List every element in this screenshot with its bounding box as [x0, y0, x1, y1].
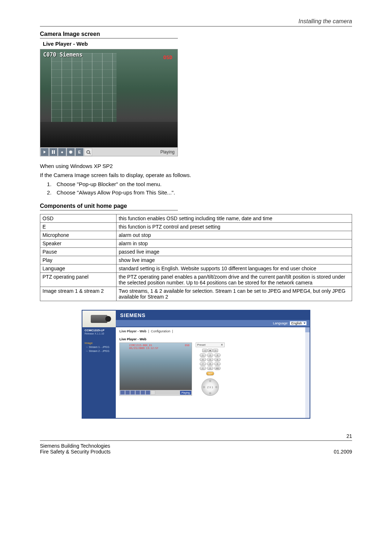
- ptz-header: Preset ✕: [196, 342, 225, 347]
- live-player: C070 Siemens OSD ● ◉ E Playing: [40, 49, 178, 156]
- key-2[interactable]: 2: [207, 353, 213, 357]
- tab-separator: |: [147, 329, 151, 333]
- component-desc: alarm in stop: [117, 239, 352, 248]
- table-row: Image stream 1 & stream 2Two streams, 1 …: [40, 287, 352, 301]
- camera-icon: [91, 315, 107, 323]
- webui-main: Live Player - Web | Configuration | Live…: [116, 327, 310, 418]
- mini-player: CCMC1315-BOX_01 05/23/2009 13:12:57 OSD …: [119, 342, 192, 396]
- sidebar-item-stream2[interactable]: → Stream 2 - JPEG: [85, 349, 114, 353]
- pause-button[interactable]: [49, 148, 57, 156]
- step-item: Choose "Always Allow Pop-ups from This S…: [53, 189, 352, 196]
- header-divider: [40, 26, 352, 26]
- component-name: Microphone: [40, 231, 117, 239]
- mini-btn-5[interactable]: [140, 390, 145, 395]
- player-toolbar: ● ◉ E Playing: [40, 147, 177, 156]
- header-section: Installing the camera: [40, 18, 352, 25]
- language-select[interactable]: English: [290, 321, 307, 325]
- tab-live-player[interactable]: Live Player - Web: [119, 329, 146, 333]
- zoom-up-icon[interactable]: [209, 380, 211, 382]
- component-desc: standard setting is English. Website sup…: [117, 264, 352, 273]
- webui-scrollbar[interactable]: [305, 327, 310, 418]
- preset-label: Preset: [197, 343, 205, 346]
- mini-pause-button[interactable]: [125, 390, 130, 395]
- player-status: Playing: [160, 149, 177, 155]
- key-3[interactable]: 3: [214, 353, 221, 357]
- pause-icon: [52, 150, 55, 154]
- mini-video: CCMC1315-BOX_01 05/23/2009 13:12:57 OSD: [120, 343, 192, 390]
- language-bar: Language: English: [116, 320, 310, 327]
- note-line1: When using Windows XP SP2: [40, 163, 352, 169]
- component-name: E: [40, 223, 117, 231]
- ptz-close-icon[interactable]: ✕: [221, 343, 223, 346]
- key-5[interactable]: 5: [207, 358, 213, 361]
- key-1[interactable]: 1: [200, 353, 206, 357]
- sidebar-item-stream1[interactable]: → Stream 1 - JPEG: [85, 345, 114, 349]
- mini-overlay-osd: OSD: [185, 344, 189, 347]
- key-0[interactable]: 0: [207, 366, 213, 370]
- model-label: CCMC1315-LP: [85, 329, 114, 332]
- component-name: Speaker: [40, 239, 117, 248]
- mini-zoom-button[interactable]: [151, 390, 155, 395]
- title-underline-2: [40, 210, 178, 210]
- table-row: Languagestandard setting is English. Web…: [40, 264, 352, 273]
- ptz-stop-button[interactable]: ■: [208, 349, 213, 352]
- mini-play-button[interactable]: [120, 390, 125, 395]
- steps-list: Choose "Pop-up Blocker" on the tool menu…: [46, 181, 352, 196]
- ptz-dir-row: ◁ ■ ▷: [196, 349, 225, 352]
- webui-sidebar: CCMC1315-LP Release X.1.1.10 Image → Str…: [82, 327, 116, 418]
- player-title: Live Player - Web: [43, 41, 352, 47]
- component-desc: passed live image: [117, 248, 352, 256]
- mini-mic-button[interactable]: [130, 390, 135, 395]
- component-name: OSD: [40, 214, 117, 223]
- key-4[interactable]: 4: [200, 358, 206, 361]
- e-button[interactable]: E: [75, 148, 83, 156]
- table-row: Playshow live image: [40, 256, 352, 264]
- key-set[interactable]: SET: [206, 372, 214, 376]
- ptz-right-button[interactable]: ▷: [213, 349, 218, 352]
- video-ground: [40, 122, 177, 147]
- step-item: Choose "Pop-up Blocker" on the tool menu…: [53, 181, 352, 187]
- footer-date: 01.2009: [334, 449, 352, 455]
- zoom-left-icon[interactable]: [203, 386, 205, 388]
- zoom-button[interactable]: [84, 148, 92, 156]
- section2-title: Components of unit home page: [40, 203, 352, 209]
- table-row: Speakeralarm in stop: [40, 239, 352, 248]
- key-8[interactable]: 8: [207, 362, 213, 366]
- footer-company: Siemens Building Technologies: [40, 443, 110, 449]
- mic-icon: ●: [61, 150, 64, 154]
- ptz-keypad: 1 2 3 4 5 6 7 8 9 C 0 AD SET: [196, 353, 225, 377]
- magnifier-icon: [86, 150, 90, 154]
- mini-overlay-line1: CCMC1315-BOX_01: [129, 344, 152, 347]
- component-name: PTZ operating panel: [40, 273, 117, 287]
- language-label: Language:: [273, 321, 289, 325]
- speaker-button[interactable]: ◉: [67, 148, 75, 156]
- mini-speaker-button[interactable]: [135, 390, 140, 395]
- mic-button[interactable]: ●: [58, 148, 66, 156]
- release-label: Release X.1.1.10: [85, 332, 114, 335]
- key-ad[interactable]: AD: [214, 366, 221, 370]
- mini-status: Playing: [180, 391, 191, 395]
- component-desc: the PTZ operating panel enables a pan/ti…: [117, 273, 352, 287]
- component-desc: alarm out stop: [117, 231, 352, 239]
- ptz-left-button[interactable]: ◁: [202, 349, 207, 352]
- table-row: PTZ operating panelthe PTZ operating pan…: [40, 273, 352, 287]
- webui-screenshot: SIEMENS Language: English CCMC1315-LP Re…: [82, 310, 310, 419]
- play-icon: [44, 151, 46, 153]
- key-6[interactable]: 6: [214, 358, 221, 361]
- zoom-down-icon[interactable]: [209, 392, 211, 394]
- ptz-panel: Preset ✕ ◁ ■ ▷ 1 2 3 4 5 6: [196, 342, 225, 396]
- play-button[interactable]: [41, 148, 49, 156]
- components-table: OSDthis function enables OSD setting inc…: [40, 214, 352, 301]
- speaker-icon: ◉: [69, 149, 73, 154]
- tab-configuration[interactable]: Configuration: [151, 329, 171, 333]
- zoom-dial[interactable]: Z X 1: [201, 378, 219, 396]
- zoom-right-icon[interactable]: [215, 386, 217, 388]
- webui-header: SIEMENS Language: English: [82, 311, 310, 327]
- key-7[interactable]: 7: [200, 362, 206, 366]
- table-row: Microphonealarm out stop: [40, 231, 352, 239]
- mini-e-button[interactable]: [146, 390, 150, 395]
- scrollbar-thumb[interactable]: [305, 327, 310, 332]
- key-c[interactable]: C: [200, 366, 206, 370]
- key-9[interactable]: 9: [214, 362, 221, 366]
- component-desc: this function enables OSD setting includ…: [117, 214, 352, 223]
